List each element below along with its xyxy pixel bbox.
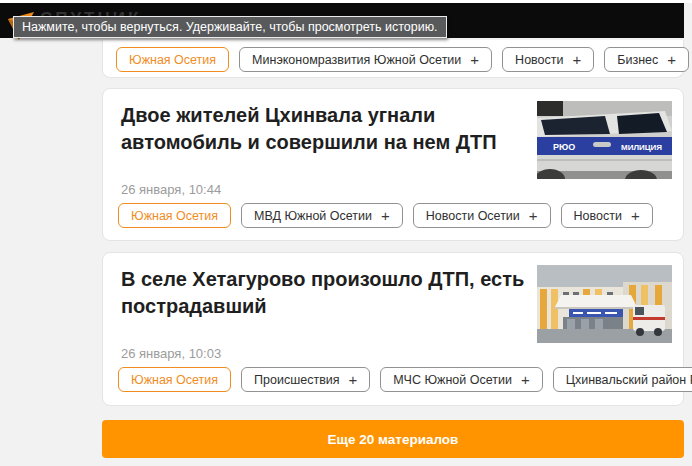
- add-tag-icon: +: [529, 208, 538, 223]
- tag-active[interactable]: Южная Осетия: [116, 47, 229, 72]
- article-date: 26 января, 10:44: [121, 182, 221, 197]
- add-tag-icon: +: [349, 372, 358, 387]
- tag-label: Новости: [574, 209, 622, 223]
- photo-text-right: МИЛИЦИЯ: [621, 143, 662, 152]
- photo-text-left: РЮО: [553, 142, 575, 152]
- browser-back-tooltip: Нажмите, чтобы вернуться. Удерживайте, ч…: [13, 16, 447, 38]
- add-tag-icon: +: [667, 52, 676, 67]
- tags-row: Южная Осетия Минэкономразвития Южной Осе…: [116, 47, 689, 72]
- tag-active[interactable]: Южная Осетия: [118, 367, 231, 392]
- tag-button[interactable]: МЧС Южной Осетии +: [380, 367, 542, 392]
- tag-active[interactable]: Южная Осетия: [118, 203, 231, 228]
- tag-button[interactable]: Новости Осетии +: [413, 203, 551, 228]
- article-card-partial: Южная Осетия Минэкономразвития Южной Осе…: [102, 40, 684, 78]
- tag-label: Южная Осетия: [131, 373, 218, 387]
- tag-label: Цхинвальский район РЮО: [566, 373, 692, 387]
- article-card: Двое жителей Цхинвала угнали автомобиль …: [102, 88, 684, 241]
- tag-label: МВД Южной Осетии: [254, 209, 372, 223]
- tag-button[interactable]: Бизнес +: [604, 47, 689, 72]
- tag-label: Бизнес: [617, 53, 658, 67]
- tag-label: Происшествия: [254, 373, 339, 387]
- tag-label: Новости: [515, 53, 563, 67]
- tag-button[interactable]: Новости +: [502, 47, 594, 72]
- add-tag-icon: +: [521, 372, 530, 387]
- tag-label: Минэкономразвития Южной Осетии: [252, 53, 461, 67]
- tag-label: Южная Осетия: [129, 53, 216, 67]
- tag-label: Новости Осетии: [426, 209, 520, 223]
- add-tag-icon: +: [381, 208, 390, 223]
- tag-button[interactable]: МВД Южной Осетии +: [241, 203, 403, 228]
- tag-label: Южная Осетия: [131, 209, 218, 223]
- add-tag-icon: +: [470, 52, 479, 67]
- article-card: В селе Хетагурово произошло ДТП, есть по…: [102, 252, 684, 406]
- hospital-photo[interactable]: [537, 265, 672, 343]
- news-feed-page: { "tooltip": { "text": "Нажмите, чтобы в…: [0, 0, 692, 466]
- tag-label: МЧС Южной Осетии: [393, 373, 512, 387]
- tag-button[interactable]: Цхинвальский район РЮО +: [553, 367, 692, 392]
- article-title[interactable]: Двое жителей Цхинвала угнали автомобиль …: [121, 102, 541, 156]
- tags-row: Южная Осетия Происшествия + МЧС Южной Ос…: [118, 367, 692, 392]
- load-more-button[interactable]: Еще 20 материалов: [102, 420, 684, 458]
- police-car-photo[interactable]: РЮО МИЛИЦИЯ: [537, 101, 672, 179]
- add-tag-icon: +: [631, 208, 640, 223]
- article-date: 26 января, 10:03: [121, 346, 221, 361]
- tag-button[interactable]: Минэкономразвития Южной Осетии +: [239, 47, 492, 72]
- tags-row: Южная Осетия МВД Южной Осетии + Новости …: [118, 203, 653, 228]
- add-tag-icon: +: [573, 52, 582, 67]
- tag-button[interactable]: Происшествия +: [241, 367, 370, 392]
- article-title[interactable]: В селе Хетагурово произошло ДТП, есть по…: [121, 266, 541, 320]
- tag-button[interactable]: Новости +: [561, 203, 653, 228]
